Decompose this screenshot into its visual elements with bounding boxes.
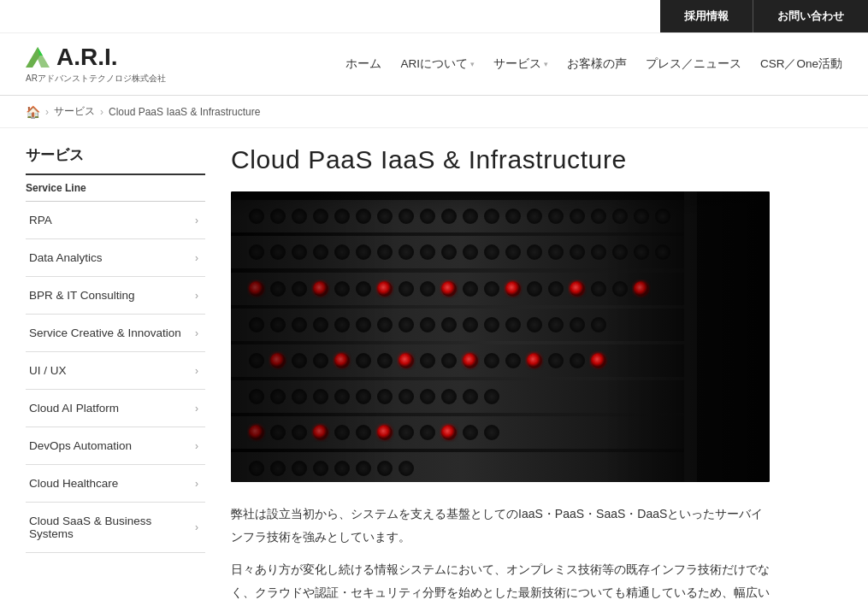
sidebar-item-devops[interactable]: DevOps Automation › xyxy=(26,427,205,465)
nav-news[interactable]: プレス／ニュース xyxy=(646,56,741,72)
sidebar-item-service-creative[interactable]: Service Creative & Innovation › xyxy=(26,315,205,352)
sidebar-item-cloud-ai[interactable]: Cloud AI Platform › xyxy=(26,390,205,427)
hero-image xyxy=(231,191,770,482)
body-paragraph-1: 弊社は設立当初から、システムを支える基盤としてのIaaS・PaaS・SaaS・D… xyxy=(231,503,770,548)
sidebar-item-ui-ux[interactable]: UI / UX › xyxy=(26,352,205,390)
sidebar-item-rpa[interactable]: RPA › xyxy=(26,202,205,239)
home-icon[interactable]: 🏠 xyxy=(26,105,40,119)
top-bar-buttons: 採用情報 お問い合わせ xyxy=(660,0,868,32)
nav-service[interactable]: サービス ▾ xyxy=(493,56,548,72)
chevron-icon: › xyxy=(195,521,198,533)
server-rack-svg xyxy=(231,191,770,482)
chevron-icon: › xyxy=(195,215,198,226)
breadcrumb-sep-2: › xyxy=(100,106,103,118)
body-text: 弊社は設立当初から、システムを支える基盤としてのIaaS・PaaS・SaaS・D… xyxy=(231,503,770,600)
nav-service-chevron: ▾ xyxy=(544,60,548,68)
body-paragraph-2: 日々あり方が変化し続ける情報システムにおいて、オンプレミス技術等の既存インフラ技… xyxy=(231,558,770,600)
logo-text: A.R.I. xyxy=(56,44,118,71)
contact-button[interactable]: お問い合わせ xyxy=(753,0,868,32)
breadcrumb: 🏠 › サービス › Cloud PaaS IaaS & Infrastruct… xyxy=(0,96,868,128)
main-layout: サービス Service Line RPA › Data Analytics ›… xyxy=(0,128,868,600)
main-nav: ホーム ARIについて ▾ サービス ▾ お客様の声 プレス／ニュース CSR／… xyxy=(345,56,842,72)
sidebar-item-cloud-saas[interactable]: Cloud SaaS & Business Systems › xyxy=(26,503,205,553)
chevron-icon: › xyxy=(195,365,198,377)
chevron-icon: › xyxy=(195,252,198,264)
header: A.R.I. ARアドバンストテクノロジ株式会社 ホーム ARIについて ▾ サ… xyxy=(0,33,868,96)
nav-about-chevron: ▾ xyxy=(470,60,475,68)
logo[interactable]: A.R.I. xyxy=(26,44,118,71)
sidebar-section-title: Service Line xyxy=(26,174,205,202)
chevron-icon: › xyxy=(195,478,198,490)
chevron-icon: › xyxy=(195,440,198,452)
nav-voice[interactable]: お客様の声 xyxy=(567,56,627,72)
sidebar: サービス Service Line RPA › Data Analytics ›… xyxy=(26,145,205,600)
sidebar-title: サービス xyxy=(26,145,205,165)
nav-home[interactable]: ホーム xyxy=(345,56,381,72)
sidebar-item-data-analytics[interactable]: Data Analytics › xyxy=(26,239,205,277)
nav-csr[interactable]: CSR／One活動 xyxy=(760,56,842,72)
chevron-icon: › xyxy=(195,327,198,339)
content-area: Cloud PaaS IaaS & Infrastructure xyxy=(231,145,842,600)
page-title: Cloud PaaS IaaS & Infrastructure xyxy=(231,145,842,174)
breadcrumb-service[interactable]: サービス xyxy=(54,104,95,119)
svg-rect-139 xyxy=(231,191,770,482)
sidebar-item-bpr[interactable]: BPR & IT Consulting › xyxy=(26,277,205,315)
chevron-icon: › xyxy=(195,290,198,302)
breadcrumb-sep-1: › xyxy=(45,106,49,118)
top-bar: 採用情報 お問い合わせ xyxy=(0,0,868,33)
svg-rect-140 xyxy=(231,191,770,217)
sidebar-item-cloud-healthcare[interactable]: Cloud Healthcare › xyxy=(26,465,205,503)
recruit-button[interactable]: 採用情報 xyxy=(660,0,753,32)
breadcrumb-current: Cloud PaaS IaaS & Infrastructure xyxy=(109,106,260,118)
logo-icon xyxy=(26,44,53,71)
chevron-icon: › xyxy=(195,403,198,415)
nav-about[interactable]: ARIについて ▾ xyxy=(400,56,475,72)
logo-area: A.R.I. ARアドバンストテクノロジ株式会社 xyxy=(26,44,180,85)
logo-subtitle: ARアドバンストテクノロジ株式会社 xyxy=(26,73,166,85)
